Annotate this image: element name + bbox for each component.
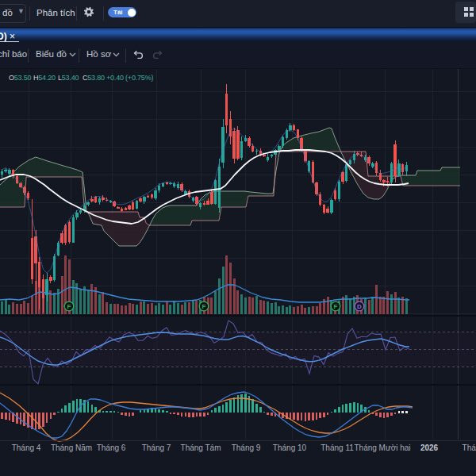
svg-text:D: D	[357, 303, 362, 310]
svg-text:F: F	[334, 303, 338, 310]
svg-text:F: F	[67, 303, 71, 310]
svg-text:F: F	[202, 303, 206, 310]
